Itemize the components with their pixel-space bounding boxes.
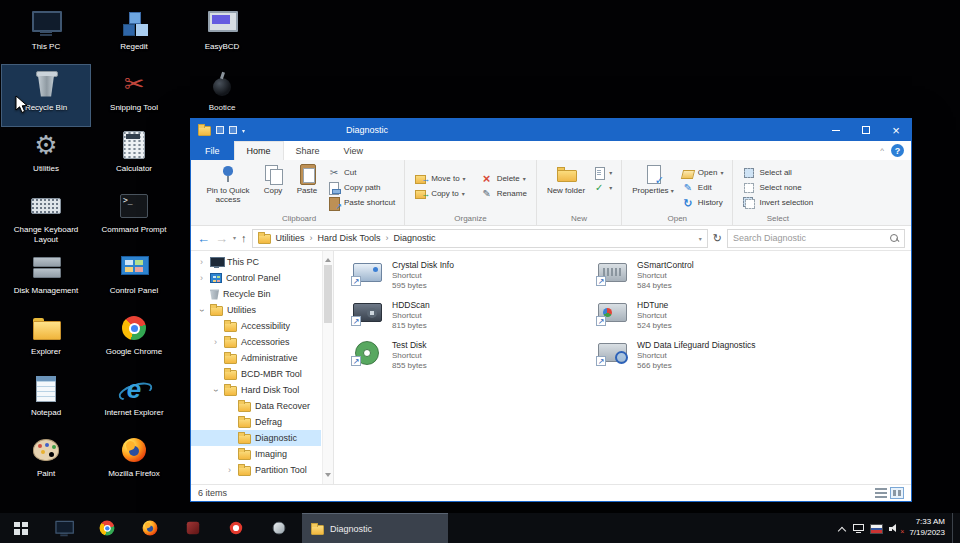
chevron-collapsed-icon[interactable]: › (197, 274, 206, 283)
ribbon-button-select-all[interactable]: Select all (739, 165, 816, 180)
desktop-icon-notepad[interactable]: Notepad (2, 370, 90, 431)
ribbon-button-copy-path[interactable]: Copy path (324, 180, 398, 195)
ribbon-button-history[interactable]: History (678, 195, 727, 210)
breadcrumb-item-hard-disk-tools[interactable]: Hard Disk Tools (316, 233, 383, 243)
nav-item-partition-tool[interactable]: ›Partition Tool (191, 462, 321, 478)
taskbar-icon-chrome[interactable] (85, 513, 128, 543)
help-icon[interactable]: ? (891, 144, 904, 157)
ribbon-button-copy[interactable]: Copy (256, 161, 290, 195)
back-button[interactable]: ← (197, 232, 210, 245)
breadcrumb-dropdown-chevron-icon[interactable]: ▾ (699, 235, 702, 242)
desktop-icon-this-pc[interactable]: This PC (2, 4, 90, 65)
desktop-icon-explorer[interactable]: Explorer (2, 309, 90, 370)
nav-item-accessories[interactable]: ›Accessories (191, 334, 321, 350)
desktop-icon-calculator[interactable]: Calculator (90, 126, 178, 187)
up-button[interactable]: ↑ (241, 233, 247, 244)
desktop-icon-easybcd[interactable]: EasyBCD (178, 4, 266, 65)
file-hddscan[interactable]: HDDScanShortcut815 bytes (351, 300, 596, 340)
ribbon-button-delete[interactable]: Delete▾ (477, 171, 530, 186)
desktop-icon-utilities[interactable]: ⚙Utilities (2, 126, 90, 187)
breadcrumb-item-diagnostic[interactable]: Diagnostic (391, 233, 437, 243)
close-button[interactable]: × (881, 119, 911, 141)
ribbon-button-new-folder[interactable]: New folder (543, 161, 589, 195)
language-flag-icon[interactable] (871, 519, 882, 537)
search-icon[interactable] (890, 234, 899, 243)
title-bar[interactable]: ▾ Diagnostic × (191, 119, 911, 141)
file-crystal-disk-info[interactable]: Crystal Disk InfoShortcut595 bytes (351, 260, 596, 300)
ribbon-button-rename[interactable]: Rename (477, 186, 530, 201)
chevron-expanded-icon[interactable]: › (197, 306, 206, 315)
quick-access-button-1[interactable] (216, 126, 224, 134)
details-view-button[interactable] (875, 488, 887, 498)
ribbon-button-copy-to[interactable]: Copy to▾ (411, 186, 468, 201)
nav-scrollbar-thumb[interactable] (324, 265, 332, 323)
file-hdtune[interactable]: HDTuneShortcut524 bytes (596, 300, 841, 340)
desktop-icon-disk-management[interactable]: Disk Management (2, 248, 90, 309)
nav-item-imaging[interactable]: Imaging (191, 446, 321, 462)
ribbon-button-invert-selection[interactable]: Invert selection (739, 195, 816, 210)
breadcrumb[interactable]: Utilities›Hard Disk Tools›Diagnostic▾ (252, 229, 708, 248)
nav-item-hard-disk-tool[interactable]: ›Hard Disk Tool (191, 382, 321, 398)
ribbon-button-edit[interactable]: Edit (678, 180, 727, 195)
chevron-collapsed-icon[interactable]: › (197, 258, 206, 267)
collapse-ribbon-icon[interactable]: ^ (880, 146, 884, 155)
ribbon-button-open[interactable]: Open▾ (678, 165, 727, 180)
network-icon[interactable] (853, 519, 864, 537)
search-input[interactable] (733, 233, 890, 243)
desktop-icon-change-keyboard-layout[interactable]: Change Keyboard Layout (2, 187, 90, 248)
desktop-icon-mozilla-firefox[interactable]: Mozilla Firefox (90, 431, 178, 492)
search-box[interactable] (727, 229, 905, 248)
nav-item-utilities[interactable]: ›Utilities (191, 302, 321, 318)
nav-item-data-recover[interactable]: Data Recover (191, 398, 321, 414)
forward-button[interactable]: → (215, 232, 228, 245)
taskbar-icon-app-red[interactable] (171, 513, 214, 543)
show-desktop-button[interactable] (952, 513, 957, 543)
maximize-button[interactable] (851, 119, 881, 141)
taskbar-window-button-diagnostic[interactable]: Diagnostic (302, 513, 448, 543)
taskbar-icon-app-gray[interactable] (257, 513, 300, 543)
nav-item-defrag[interactable]: Defrag (191, 414, 321, 430)
ribbon-button-properties[interactable]: Properties ▾ (628, 161, 678, 195)
tab-share[interactable]: Share (284, 141, 332, 160)
desktop-icon-paint[interactable]: Paint (2, 431, 90, 492)
minimize-button[interactable] (821, 119, 851, 141)
start-button[interactable] (0, 513, 42, 543)
ribbon-button-move-to[interactable]: Move to▾ (411, 171, 468, 186)
large-icons-view-button[interactable] (890, 487, 904, 499)
file-test-disk[interactable]: Test DiskShortcut855 bytes (351, 340, 596, 380)
ribbon-button-cut[interactable]: Cut (324, 165, 398, 180)
tab-home[interactable]: Home (234, 141, 284, 160)
quick-access-button-2[interactable] (229, 126, 237, 134)
recent-locations-chevron-icon[interactable]: ▾ (233, 235, 236, 241)
clock[interactable]: 7:33 AM 7/19/2023 (907, 517, 945, 539)
desktop-icon-control-panel[interactable]: Control Panel (90, 248, 178, 309)
taskbar-icon-opera[interactable] (214, 513, 257, 543)
nav-item-accessibility[interactable]: Accessibility (191, 318, 321, 334)
ribbon-button-paste-shortcut[interactable]: Paste shortcut (324, 195, 398, 210)
desktop-icon-regedit[interactable]: Regedit (90, 4, 178, 65)
volume-muted-icon[interactable]: × (889, 519, 900, 537)
nav-item-control-panel[interactable]: ›Control Panel (191, 270, 321, 286)
desktop-icon-command-prompt[interactable]: Command Prompt (90, 187, 178, 248)
nav-item-bcd-mbr-tool[interactable]: BCD-MBR Tool (191, 366, 321, 382)
quick-access-customize-chevron-icon[interactable]: ▾ (242, 127, 245, 134)
nav-scrollbar[interactable] (322, 251, 333, 484)
file-gsmartcontrol[interactable]: GSmartControlShortcut584 bytes (596, 260, 841, 300)
desktop-icon-snipping-tool[interactable]: ✂Snipping Tool (90, 65, 178, 126)
desktop-icon-bootice[interactable]: Bootice (178, 65, 266, 126)
chevron-expanded-icon[interactable]: › (211, 386, 220, 395)
hidden-icons-chevron-icon[interactable] (838, 519, 846, 537)
ribbon-button-pin-to-quick-access[interactable]: Pin to Quick access (200, 161, 256, 204)
nav-item-recycle-bin[interactable]: Recycle Bin (191, 286, 321, 302)
nav-item-administrative[interactable]: Administrative (191, 350, 321, 366)
ribbon-button-paste[interactable]: Paste (290, 161, 324, 195)
tab-file[interactable]: File (191, 141, 234, 160)
ribbon-button-new-item[interactable]: ▾ (589, 165, 615, 180)
taskbar-icon-firefox[interactable] (128, 513, 171, 543)
nav-item-this-pc[interactable]: ›This PC (191, 254, 321, 270)
taskbar-icon-this-pc[interactable] (42, 513, 85, 543)
ribbon-button-easy-access[interactable]: ▾ (589, 180, 615, 195)
breadcrumb-item-utilities[interactable]: Utilities (274, 233, 307, 243)
file-wd-data-lifeguard-diagnostics[interactable]: WD Data Lifeguard DiagnosticsShortcut566… (596, 340, 841, 380)
ribbon-button-select-none[interactable]: Select none (739, 180, 816, 195)
